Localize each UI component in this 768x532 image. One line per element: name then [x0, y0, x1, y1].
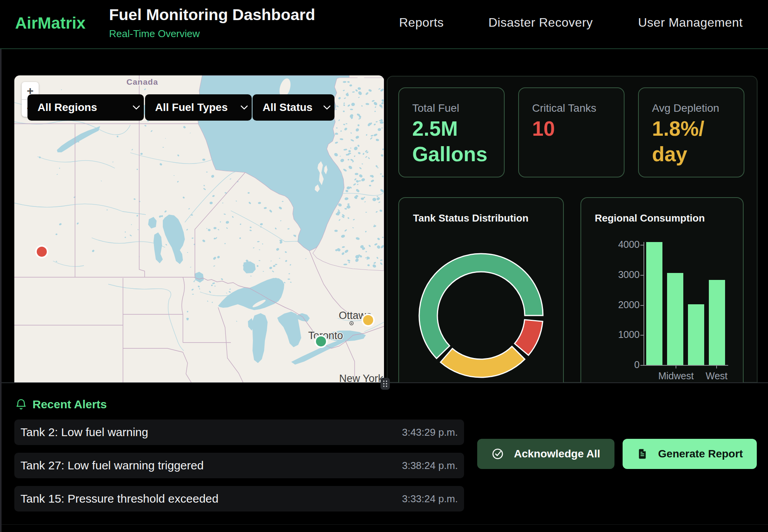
svg-text:0: 0 — [634, 359, 640, 370]
svg-text:Canada: Canada — [126, 77, 158, 86]
svg-text:2000: 2000 — [618, 299, 640, 310]
svg-text:1000: 1000 — [618, 329, 640, 340]
svg-text:3000: 3000 — [618, 269, 640, 280]
svg-text:New York: New York — [339, 373, 384, 383]
svg-text:4000: 4000 — [618, 239, 640, 250]
svg-text:Midwest: Midwest — [658, 370, 694, 381]
svg-text:West: West — [706, 370, 728, 381]
